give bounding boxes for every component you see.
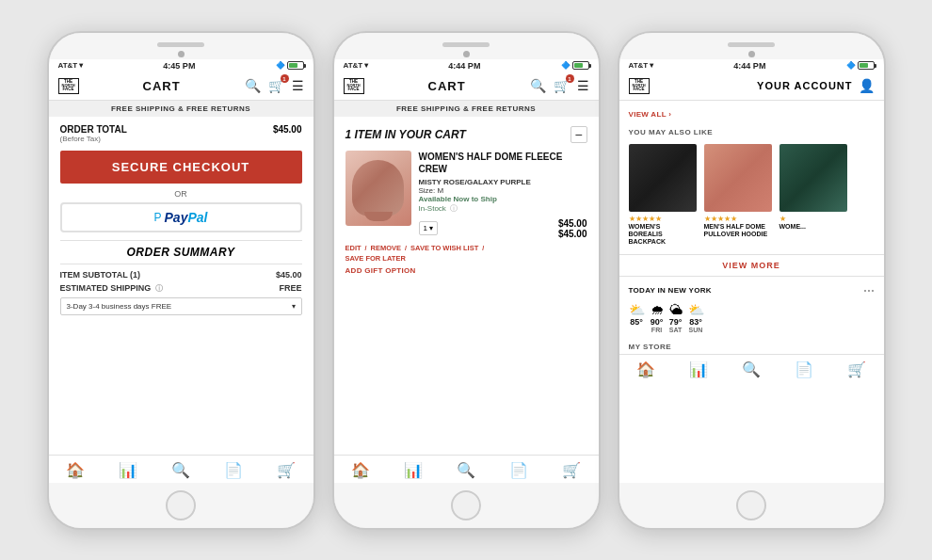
nav-cart-3[interactable]: 🛒 (847, 360, 866, 378)
weather-header: TODAY IN NEW YORK ⋯ (629, 284, 875, 297)
weather-more-icon[interactable]: ⋯ (863, 284, 875, 297)
cart-collapse-button[interactable]: − (570, 126, 587, 143)
user-icon[interactable]: 👤 (859, 78, 875, 93)
or-text: OR (60, 189, 302, 199)
nav-search-2[interactable]: 🔍 (457, 461, 475, 479)
qty-selector[interactable]: 1 ▾ (419, 221, 438, 235)
status-bar-3: AT&T ▾ 4:44 PM 🔷 (619, 59, 884, 72)
phone-1: AT&T ▾ 4:45 PM 🔷 THE NORTH FACE CART 🔍 (47, 31, 315, 530)
bottom-nav-2: 🏠 📊 🔍 📄 🛒 (334, 455, 599, 483)
menu-icon-1[interactable]: ☰ (292, 78, 304, 93)
cart-item-details: WOMEN'S HALF DOME FLEECE CREW MISTY ROSE… (419, 151, 587, 244)
item-size: Size: M (419, 186, 587, 195)
summary-row-1: ESTIMATED SHIPPING ⓘ FREE (60, 283, 302, 294)
summary-item-value-0: $45.00 (276, 270, 302, 280)
paypal-button[interactable]: P PayPal (60, 202, 302, 232)
phone-top-bar-2 (334, 33, 599, 59)
summary-row-0: ITEM SUBTOTAL (1) $45.00 (60, 270, 302, 280)
summary-item-label-0: ITEM SUBTOTAL (1) (60, 270, 141, 280)
summary-item-label-1: ESTIMATED SHIPPING ⓘ (60, 283, 163, 294)
screen-1: THE NORTH FACE CART 🔍 🛒1 ☰ FREE SHIPPING… (49, 72, 313, 483)
order-total-row: ORDER TOTAL (Before Tax) $45.00 (60, 124, 302, 143)
nav-cart-2[interactable]: 🛒 (562, 461, 581, 479)
view-all-link[interactable]: VIEW ALL › (619, 101, 884, 123)
status-left-3: AT&T ▾ (629, 61, 654, 70)
nav-store-2[interactable]: 📊 (404, 461, 423, 479)
cart-count-title: 1 ITEM IN YOUR CART (345, 128, 466, 141)
cart-icon-1[interactable]: 🛒1 (268, 78, 284, 93)
search-icon-2[interactable]: 🔍 (530, 78, 546, 93)
product-image-2 (779, 144, 847, 212)
status-right-1: 🔷 (276, 61, 304, 70)
nav-search-3[interactable]: 🔍 (742, 360, 761, 378)
bluetooth-icon-3: 🔷 (846, 61, 856, 70)
weather-icon-2: 🌥 (669, 302, 683, 317)
nav-home-3[interactable]: 🏠 (636, 360, 655, 378)
item-price-row: 1 ▾ $45.00 $45.00 (419, 218, 587, 239)
secure-checkout-button[interactable]: SECURE CHECKOUT (60, 151, 302, 184)
phone-bottom-bar-2 (334, 483, 599, 528)
cart-badge-1: 1 (281, 74, 289, 83)
weather-label-1: FRI (651, 327, 664, 333)
add-gift-option[interactable]: ADD GIFT OPTION (345, 266, 587, 275)
nav-search-1[interactable]: 🔍 (171, 461, 190, 479)
remove-action[interactable]: REMOVE (371, 244, 402, 252)
save-later-row: SAVE FOR LATER (345, 254, 587, 263)
tnf-logo-2: THE NORTH FACE (344, 78, 364, 94)
item-unit-price: $45.00 (558, 218, 587, 229)
view-more-button[interactable]: VIEW MORE (619, 254, 884, 277)
item-stock: In-Stock ⓘ (419, 203, 587, 214)
phone-top-bar-3 (619, 33, 884, 59)
save-later-action[interactable]: SAVE FOR LATER (345, 254, 406, 263)
nav-home-2[interactable]: 🏠 (351, 461, 370, 479)
menu-icon-2[interactable]: ☰ (577, 78, 589, 93)
battery-2 (572, 61, 589, 70)
wifi-icon-2: ▾ (364, 61, 368, 70)
nav-profile-1[interactable]: 📄 (224, 461, 243, 479)
save-wishlist-action[interactable]: SAVE TO WISH LIST (410, 244, 478, 252)
nav-store-1[interactable]: 📊 (119, 461, 137, 479)
tnf-logo-1: THE NORTH FACE (58, 78, 79, 94)
product-card-2: ★ WOME... (779, 144, 847, 247)
weather-temp-0: 85° (629, 317, 645, 327)
carrier-2: AT&T (344, 61, 363, 70)
weather-title: TODAY IN NEW YORK (629, 286, 712, 295)
nav-icons-2: 🔍 🛒1 ☰ (530, 78, 589, 93)
bottom-nav-1: 🏠 📊 🔍 📄 🛒 (49, 455, 313, 483)
status-left-2: AT&T ▾ (344, 61, 369, 70)
nav-bar-2: THE NORTH FACE CART 🔍 🛒1 ☰ (334, 72, 599, 101)
weather-label-3: SUN (688, 327, 704, 333)
nav-profile-3[interactable]: 📄 (795, 360, 813, 378)
status-bar-1: AT&T ▾ 4:45 PM 🔷 (49, 59, 313, 72)
nav-profile-2[interactable]: 📄 (509, 461, 528, 479)
weather-day-3: ⛅ 83° SUN (688, 302, 704, 333)
nav-cart-1[interactable]: 🛒 (277, 461, 296, 479)
weather-icon-0: ⛅ (629, 302, 645, 317)
weather-label-2: SAT (669, 327, 683, 333)
phone-bottom-bar-3 (619, 483, 884, 528)
order-total-sublabel: (Before Tax) (60, 135, 127, 143)
camera-3 (748, 51, 755, 57)
home-button-3[interactable] (736, 490, 766, 520)
nav-home-1[interactable]: 🏠 (66, 461, 85, 479)
home-button-1[interactable] (166, 490, 196, 520)
status-left-1: AT&T ▾ (58, 61, 84, 70)
battery-1 (287, 61, 304, 70)
wifi-icon-1: ▾ (79, 61, 83, 70)
weather-section: TODAY IN NEW YORK ⋯ ⛅ 85° 🌧 90° FRI (619, 280, 884, 338)
home-button-2[interactable] (451, 490, 481, 520)
shipping-select[interactable]: 3-Day 3-4 business days FREE ▾ (60, 297, 302, 315)
camera-2 (463, 51, 470, 57)
bluetooth-icon-2: 🔷 (561, 61, 570, 70)
cart-icon-2[interactable]: 🛒1 (554, 78, 570, 93)
search-icon-1[interactable]: 🔍 (245, 78, 261, 93)
speaker-3 (728, 42, 775, 47)
status-time-1: 4:45 PM (163, 61, 195, 71)
status-time-2: 4:44 PM (448, 61, 480, 71)
weather-icon-1: 🌧 (651, 302, 664, 317)
chevron-down-icon: ▾ (292, 302, 296, 311)
status-bar-2: AT&T ▾ 4:44 PM 🔷 (334, 59, 599, 72)
nav-store-3[interactable]: 📊 (689, 360, 708, 378)
product-name-1: MEN'S HALF DOME PULLOVER HOODIE (704, 223, 772, 239)
edit-action[interactable]: EDIT (345, 244, 362, 252)
